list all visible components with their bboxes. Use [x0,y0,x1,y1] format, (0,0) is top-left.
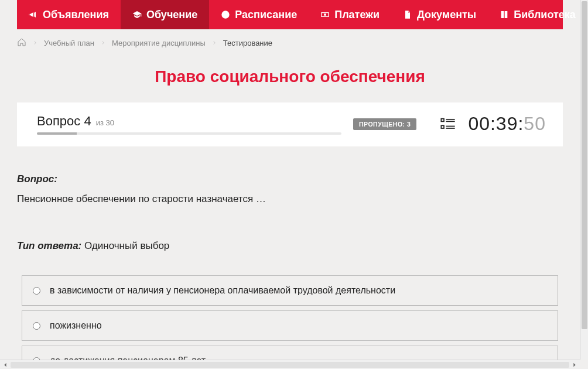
scrollbar-thumb[interactable] [582,1,587,329]
progress-bar [37,132,341,135]
svg-rect-1 [442,125,445,128]
nav-label: Документы [417,9,476,21]
option-text: в зависимости от наличия у пенсионера оп… [50,285,395,296]
option-item[interactable]: до достижения пенсионером 85 лет [22,346,558,360]
nav-label: Библиотека [514,9,576,21]
home-icon[interactable] [17,37,26,49]
money-icon [320,10,330,19]
option-text: до достижения пенсионером 85 лет [50,356,206,360]
option-item[interactable]: пожизненно [22,310,558,341]
page-title: Право социального обеспечения [17,57,563,102]
chevron-right-icon [211,39,217,47]
nav-label: Объявления [43,9,109,21]
nav-documents[interactable]: Документы [391,0,488,29]
nav-label: Обучение [146,9,197,21]
question-text: Пенсионное обеспечении по старости назна… [17,193,563,205]
options-list: в зависимости от наличия у пенсионера оп… [22,275,558,360]
clock-icon [221,10,230,19]
nav-library[interactable]: Библиотека [488,0,580,29]
answer-type-label: Тип ответа: [17,240,81,251]
nav-label: Платежи [334,9,380,21]
nav-label: Расписание [235,9,297,21]
scrollbar-track[interactable] [11,362,569,368]
answer-type-value: Одиночный выбор [84,240,169,251]
timer-seconds: 50 [524,113,546,134]
option-text: пожизненно [50,320,102,331]
question-of: из 30 [96,118,114,127]
book-icon [500,10,509,19]
question-label: Вопрос: [17,173,57,184]
nav-learning[interactable]: Обучение [121,0,209,29]
answer-type: Тип ответа: Одиночный выбор [17,240,563,252]
chevron-right-icon [100,39,106,47]
option-radio[interactable] [33,287,40,295]
nav-payments[interactable]: Платежи [309,0,391,29]
status-bar: Вопрос 4 из 30 ПРОПУЩЕНО: 3 [17,102,563,146]
svg-rect-0 [442,118,445,121]
megaphone-icon [29,10,38,19]
nav-schedule[interactable]: Расписание [209,0,309,29]
breadcrumb-link[interactable]: Учебный план [44,39,94,47]
scroll-left-icon[interactable] [1,361,9,369]
timer: 00:39:50 [468,113,544,135]
nav-announcements[interactable]: Объявления [17,0,121,29]
option-radio[interactable] [33,322,40,330]
question-number: Вопрос 4 [37,114,91,129]
chevron-right-icon [32,39,38,47]
file-icon [403,10,412,19]
scroll-right-icon[interactable] [570,361,579,369]
navbar: Объявления Обучение Расписание Платежи [17,0,563,29]
skipped-badge: ПРОПУЩЕНО: 3 [353,118,416,130]
breadcrumb: Учебный план Мероприятие дисциплины Тест… [17,29,563,57]
list-icon[interactable] [440,116,456,132]
option-item[interactable]: в зависимости от наличия у пенсионера оп… [22,275,558,306]
timer-main: 00:39: [468,113,524,134]
vertical-scrollbar[interactable] [580,0,588,360]
question-prompt: Вопрос: [17,173,563,185]
breadcrumb-link[interactable]: Мероприятие дисциплины [112,39,206,47]
graduation-icon [132,10,142,19]
breadcrumb-current: Тестирование [223,39,272,47]
horizontal-scrollbar[interactable] [0,360,580,369]
